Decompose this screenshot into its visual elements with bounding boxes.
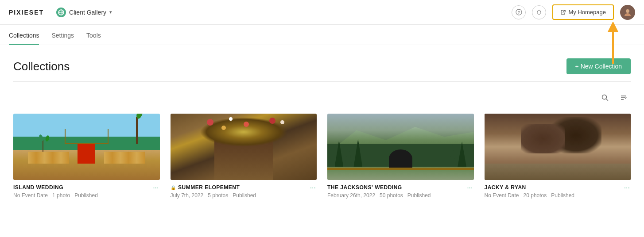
arrow-icon bbox=[600, 22, 626, 66]
sort-button[interactable] bbox=[617, 91, 631, 105]
card-details: February 26th, 2022 50 photos Published bbox=[327, 192, 466, 199]
card-info: JACKY & RYAN No Event Date 20 photos Pub… bbox=[485, 184, 623, 199]
filter-row bbox=[13, 91, 631, 105]
external-link-icon bbox=[560, 10, 566, 15]
main-content: Collections + New Collection bbox=[0, 45, 644, 237]
card-name: 🔒 SUMMER ELOPEMENT bbox=[171, 184, 309, 191]
tab-collections[interactable]: Collections bbox=[9, 32, 39, 45]
chevron-down-icon: ▾ bbox=[109, 9, 112, 15]
card-name: THE JACKSONS' WEDDING bbox=[327, 184, 466, 191]
collection-thumb bbox=[13, 114, 160, 180]
tab-settings[interactable]: Settings bbox=[51, 32, 74, 45]
avatar[interactable] bbox=[620, 5, 635, 20]
lock-icon: 🔒 bbox=[171, 185, 176, 190]
collection-card-jacky-ryan[interactable]: JACKY & RYAN No Event Date 20 photos Pub… bbox=[485, 114, 631, 199]
collections-header: Collections + New Collection bbox=[13, 58, 631, 82]
client-gallery-label: Client Gallery bbox=[69, 9, 106, 16]
card-info: ISLAND WEDDING No Event Date 1 photo Pub… bbox=[13, 184, 152, 199]
tab-tools[interactable]: Tools bbox=[86, 32, 101, 45]
svg-point-7 bbox=[626, 9, 629, 13]
card-details: July 7th, 2022 5 photos Published bbox=[171, 192, 309, 199]
help-button[interactable]: ? bbox=[512, 5, 526, 19]
globe-icon bbox=[56, 8, 66, 17]
card-name: JACKY & RYAN bbox=[485, 184, 623, 191]
more-options-button[interactable]: ··· bbox=[152, 184, 159, 191]
bell-button[interactable] bbox=[532, 5, 546, 19]
card-meta: THE JACKSONS' WEDDING February 26th, 202… bbox=[327, 184, 474, 199]
more-options-button[interactable]: ··· bbox=[623, 184, 631, 191]
client-gallery-dropdown[interactable]: Client Gallery ▾ bbox=[56, 8, 112, 17]
collection-thumb bbox=[171, 114, 317, 180]
more-options-button[interactable]: ··· bbox=[466, 184, 473, 191]
search-button[interactable] bbox=[598, 91, 612, 105]
arrow-annotation bbox=[600, 22, 626, 68]
svg-text:?: ? bbox=[518, 10, 520, 15]
card-name: ISLAND WEDDING bbox=[13, 184, 152, 191]
more-options-button[interactable]: ··· bbox=[309, 184, 317, 191]
collection-card-jacksons-wedding[interactable]: THE JACKSONS' WEDDING February 26th, 202… bbox=[327, 114, 474, 199]
page-title: Collections bbox=[13, 60, 70, 73]
collection-card-island-wedding[interactable]: ISLAND WEDDING No Event Date 1 photo Pub… bbox=[13, 114, 160, 199]
card-info: THE JACKSONS' WEDDING February 26th, 202… bbox=[327, 184, 466, 199]
collection-card-summer-elopement[interactable]: 🔒 SUMMER ELOPEMENT July 7th, 2022 5 phot… bbox=[171, 114, 317, 199]
card-details: No Event Date 1 photo Published bbox=[13, 192, 152, 199]
logo: PIXIESET bbox=[9, 9, 44, 16]
gallery-grid: ISLAND WEDDING No Event Date 1 photo Pub… bbox=[13, 114, 631, 199]
topbar-right: ? My Homepage bbox=[512, 4, 635, 20]
my-homepage-label: My Homepage bbox=[568, 9, 606, 15]
card-info: 🔒 SUMMER ELOPEMENT July 7th, 2022 5 phot… bbox=[171, 184, 309, 199]
collection-thumb bbox=[485, 114, 631, 180]
my-homepage-button[interactable]: My Homepage bbox=[552, 4, 614, 20]
svg-line-6 bbox=[563, 10, 565, 12]
card-meta: JACKY & RYAN No Event Date 20 photos Pub… bbox=[485, 184, 631, 199]
svg-line-11 bbox=[606, 99, 608, 101]
secondary-nav: Collections Settings Tools bbox=[0, 25, 644, 45]
topbar: PIXIESET Client Gallery ▾ ? bbox=[0, 0, 644, 25]
card-details: No Event Date 20 photos Published bbox=[485, 192, 623, 199]
card-meta: ISLAND WEDDING No Event Date 1 photo Pub… bbox=[13, 184, 160, 199]
card-meta: 🔒 SUMMER ELOPEMENT July 7th, 2022 5 phot… bbox=[171, 184, 317, 199]
collection-thumb bbox=[327, 114, 474, 180]
